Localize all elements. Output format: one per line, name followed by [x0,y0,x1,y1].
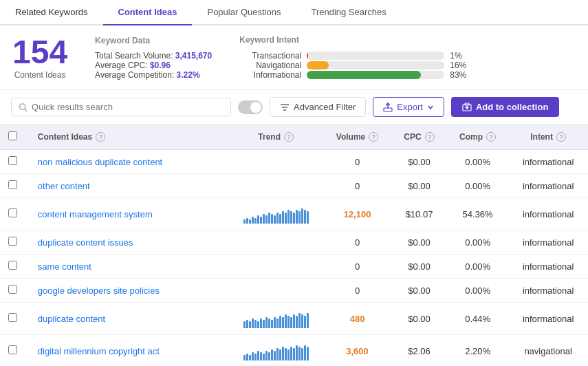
comp-cell: 0.44% [447,303,508,335]
trend-help-icon[interactable]: ? [284,132,294,142]
table-row: content management system12,100$10.0754.… [0,198,588,230]
trend-cell [228,255,323,279]
keyword-data-title: Keyword Data [95,36,212,45]
keyword-cell[interactable]: duplicate content issues [30,230,228,255]
table-row: other content0$0.000.00%informational [0,174,588,198]
row-checkbox[interactable] [8,237,17,246]
col-header-intent: Intent ? [508,125,588,150]
volume-cell: 12,100 [323,198,391,230]
kd-row: Average CPC: $0.96 [95,61,212,70]
trend-cell [228,279,323,303]
keyword-cell[interactable]: content management system [30,198,228,230]
volume-help-icon[interactable]: ? [369,132,378,142]
table-row: non malicious duplicate content0$0.000.0… [0,150,588,174]
col-header-cpc: CPC ? [391,125,447,150]
add-collection-label: Add to collection [476,102,548,112]
keyword-intent-title: Keyword Intent [239,35,576,45]
content-ideas-help-icon[interactable]: ? [96,132,105,142]
cpc-cell: $10.07 [391,198,447,230]
cpc-cell: $0.00 [391,303,447,335]
big-number: 154 [12,36,67,69]
table-row: duplicate content issues0$0.000.00%infor… [0,230,588,255]
intent-row: Transactional 1% [239,51,576,61]
add-collection-button[interactable]: Add to collection [451,97,559,117]
trend-cell [228,335,323,367]
kd-row: Total Search Volume: 3,415,670 [95,51,212,61]
trend-cell [228,230,323,255]
keyword-cell[interactable]: google developers site policies [30,279,228,303]
keyword-cell[interactable]: same content [30,255,228,279]
row-checkbox[interactable] [8,180,17,189]
keyword-data-block: Keyword Data Total Search Volume: 3,415,… [95,36,212,80]
col-header-comp: Comp ? [447,125,508,150]
volume-cell: 0 [323,230,391,255]
comp-cell: 0.00% [447,279,508,303]
intent-cell: informational [508,198,588,230]
collection-icon [462,103,472,112]
comp-help-icon[interactable]: ? [486,132,496,142]
tab-popular-questions[interactable]: Popular Questions [192,0,296,25]
big-number-label: Content Ideas [12,70,67,80]
keyword-cell[interactable]: other content [30,174,228,198]
cpc-cell: $0.00 [391,150,447,174]
export-button[interactable]: Export [373,97,444,117]
tab-related-keywords[interactable]: Related Keywords [0,0,103,25]
table-wrap: Content Ideas ? Trend ? Volume ? [0,125,588,366]
intent-row: Navigational 16% [239,61,576,70]
row-checkbox[interactable] [8,156,17,165]
intent-cell: informational [508,255,588,279]
advanced-filter-button[interactable]: Advanced Filter [270,97,366,117]
kd-row: Average Competition: 3.22% [95,70,212,80]
tab-trending-searches[interactable]: Trending Searches [296,0,401,25]
trend-cell [228,174,323,198]
col-header-volume: Volume ? [323,125,391,150]
row-checkbox[interactable] [8,345,17,354]
intent-cell: informational [508,279,588,303]
toggle-switch[interactable] [238,100,263,114]
comp-cell: 0.00% [447,230,508,255]
volume-cell: 0 [323,150,391,174]
search-wrap [11,98,231,116]
keyword-cell[interactable]: duplicate content [30,303,228,335]
keyword-cell[interactable]: digital millennium copyright act [30,335,228,367]
comp-cell: 2.20% [447,335,508,367]
export-icon [383,103,393,112]
intent-cell: informational [508,150,588,174]
comp-cell: 0.00% [447,255,508,279]
volume-cell: 3,600 [323,335,391,367]
intent-help-icon[interactable]: ? [556,132,566,142]
filter-icon [280,103,290,112]
volume-cell: 0 [323,255,391,279]
intent-row: Informational 83% [239,70,576,80]
intent-cell: informational [508,174,588,198]
cpc-cell: $2.06 [391,335,447,367]
select-all-checkbox[interactable] [8,131,17,140]
row-checkbox[interactable] [8,313,17,322]
table-row: duplicate content480$0.000.44%informatio… [0,303,588,335]
keyword-cell[interactable]: non malicious duplicate content [30,150,228,174]
big-number-block: 154 Content Ideas [12,36,67,80]
intent-cell: informational [508,230,588,255]
row-checkbox[interactable] [8,285,17,294]
comp-cell: 54.36% [447,198,508,230]
volume-cell: 0 [323,174,391,198]
trend-cell [228,150,323,174]
keyword-intent-block: Keyword Intent Transactional 1% Navigati… [239,35,576,80]
table-row: google developers site policies0$0.000.0… [0,279,588,303]
row-checkbox[interactable] [8,261,17,270]
table-row: same content0$0.000.00%informational [0,255,588,279]
search-icon [19,103,28,112]
row-checkbox[interactable] [8,208,17,217]
svg-line-1 [25,109,27,111]
search-input[interactable] [32,102,224,112]
chevron-down-icon [427,104,434,111]
cpc-cell: $0.00 [391,230,447,255]
cpc-help-icon[interactable]: ? [425,132,435,142]
comp-cell: 0.00% [447,174,508,198]
toolbar: Advanced Filter Export Add to collection [0,90,588,125]
volume-cell: 0 [323,279,391,303]
tab-content-ideas[interactable]: Content Ideas [103,0,193,25]
cpc-cell: $0.00 [391,174,447,198]
comp-cell: 0.00% [447,150,508,174]
tabs-bar: Related Keywords Content Ideas Popular Q… [0,0,588,25]
